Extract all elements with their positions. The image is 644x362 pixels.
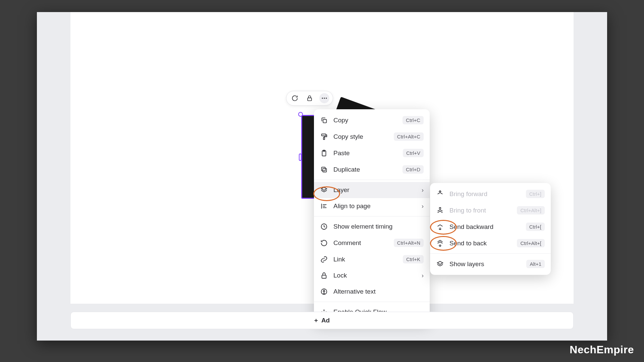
submenu-bring-to-front[interactable]: Bring to front Ctrl+Alt+] <box>430 202 551 219</box>
element-toolbar <box>286 91 333 106</box>
svg-rect-6 <box>323 137 325 139</box>
submenu-bring-forward[interactable]: Bring forward Ctrl+] <box>430 186 551 202</box>
svg-point-1 <box>322 98 323 99</box>
more-button[interactable] <box>319 93 329 103</box>
shortcut: Ctrl+C <box>402 116 424 124</box>
accessibility-icon <box>320 288 328 296</box>
menu-label: Link <box>333 256 397 263</box>
send-backward-icon <box>436 223 444 231</box>
shortcut: Ctrl+] <box>526 190 545 198</box>
app-frame: Copy Ctrl+C Copy style Ctrl+Alt+C Paste … <box>37 12 607 341</box>
submenu-send-backward[interactable]: Send backward Ctrl+[ <box>430 219 551 235</box>
menu-paste[interactable]: Paste Ctrl+V <box>314 145 430 161</box>
svg-point-3 <box>326 98 327 99</box>
menu-separator <box>314 216 430 217</box>
watermark: NechEmpire <box>570 344 634 356</box>
svg-rect-5 <box>322 134 326 136</box>
svg-rect-0 <box>308 98 312 101</box>
menu-label: Send backward <box>449 223 521 231</box>
svg-rect-10 <box>322 167 325 171</box>
svg-marker-29 <box>437 261 443 264</box>
shortcut: Ctrl+V <box>403 149 424 157</box>
layers-icon <box>320 186 328 194</box>
menu-label: Alternative text <box>333 288 424 295</box>
chevron-right-icon: › <box>422 187 424 194</box>
menu-label: Comment <box>333 239 388 247</box>
shortcut: Ctrl+Alt+N <box>394 239 424 247</box>
context-menu: Copy Ctrl+C Copy style Ctrl+Alt+C Paste … <box>314 109 430 323</box>
menu-comment[interactable]: Comment Ctrl+Alt+N <box>314 235 430 251</box>
shortcut: Alt+1 <box>526 260 545 268</box>
menu-label: Show layers <box>449 260 521 268</box>
menu-label: Bring forward <box>449 190 521 198</box>
lock-icon <box>320 272 328 280</box>
menu-label: Copy style <box>333 133 388 140</box>
clock-icon <box>320 223 328 231</box>
menu-label: Lock <box>333 272 416 279</box>
svg-marker-11 <box>321 187 327 190</box>
copy-icon <box>320 116 328 124</box>
paint-roller-icon <box>320 133 328 141</box>
svg-rect-17 <box>322 275 326 278</box>
shortcut: Ctrl+[ <box>526 223 545 231</box>
menu-label: Send to back <box>449 240 512 247</box>
menu-label: Bring to front <box>449 207 512 214</box>
layer-submenu: Bring forward Ctrl+] Bring to front Ctrl… <box>430 183 551 275</box>
menu-label: Copy <box>333 117 397 124</box>
menu-label: Show element timing <box>333 223 424 230</box>
menu-duplicate[interactable]: Duplicate Ctrl+D <box>314 161 430 178</box>
menu-separator <box>430 253 551 254</box>
clipboard-icon <box>320 149 328 157</box>
link-icon <box>320 255 328 263</box>
menu-layer[interactable]: Layer › <box>314 182 430 198</box>
menu-alt-text[interactable]: Alternative text <box>314 284 430 300</box>
menu-copy[interactable]: Copy Ctrl+C <box>314 112 430 128</box>
bring-to-front-icon <box>436 206 444 215</box>
menu-label: Layer <box>333 186 416 194</box>
shortcut: Ctrl+Alt+[ <box>517 239 545 247</box>
shortcut: Ctrl+Alt+C <box>394 132 424 141</box>
svg-rect-4 <box>323 119 326 123</box>
send-to-back-icon <box>436 239 444 247</box>
bring-forward-icon <box>436 190 444 198</box>
svg-rect-9 <box>323 168 326 172</box>
chevron-right-icon: › <box>422 203 424 210</box>
menu-align-to-page[interactable]: Align to page › <box>314 198 430 214</box>
menu-show-element-timing[interactable]: Show element timing <box>314 219 430 235</box>
submenu-show-layers[interactable]: Show layers Alt+1 <box>430 256 551 272</box>
menu-separator <box>314 180 430 180</box>
menu-separator <box>314 302 430 302</box>
shortcut: Ctrl+Alt+] <box>517 206 545 215</box>
svg-point-19 <box>324 290 324 291</box>
shortcut: Ctrl+D <box>402 165 424 174</box>
menu-link[interactable]: Link Ctrl+K <box>314 251 430 267</box>
menu-copy-style[interactable]: Copy style Ctrl+Alt+C <box>314 128 430 145</box>
add-page-label: Ad <box>321 317 330 324</box>
menu-label: Paste <box>333 149 397 157</box>
submenu-send-to-back[interactable]: Send to back Ctrl+Alt+[ <box>430 235 551 251</box>
menu-lock[interactable]: Lock › <box>314 267 430 284</box>
plus-icon: + <box>314 317 318 324</box>
duplicate-icon <box>320 166 328 174</box>
lock-button[interactable] <box>305 93 315 103</box>
layers-icon <box>436 260 444 268</box>
add-page-button[interactable]: + Ad <box>70 312 574 329</box>
chevron-right-icon: › <box>422 272 424 279</box>
shortcut: Ctrl+K <box>403 255 424 263</box>
menu-label: Align to page <box>333 202 416 210</box>
resize-handle-lm[interactable] <box>299 154 302 161</box>
svg-point-2 <box>324 98 325 99</box>
menu-label: Duplicate <box>333 166 397 173</box>
align-icon <box>320 202 328 210</box>
rotate-button[interactable] <box>290 93 300 103</box>
svg-point-21 <box>323 310 325 311</box>
resize-handle-tl[interactable] <box>298 112 303 117</box>
comment-icon <box>320 239 328 247</box>
